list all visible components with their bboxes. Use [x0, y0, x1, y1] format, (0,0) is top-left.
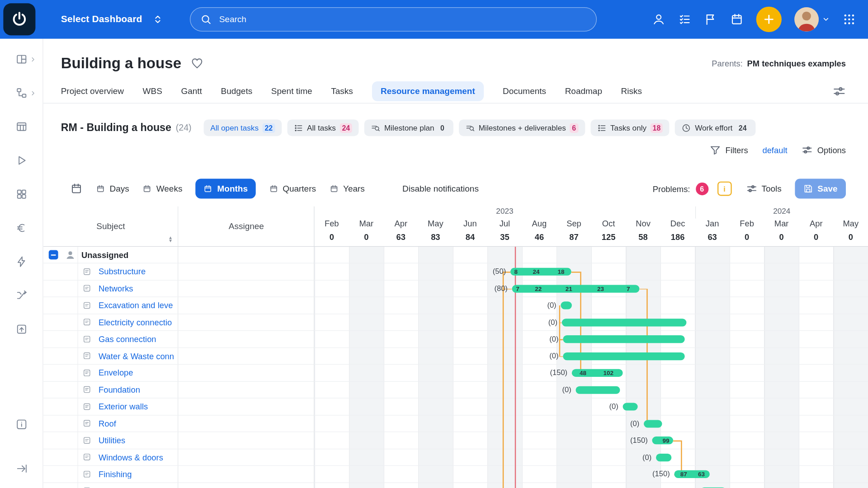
- tab-project-overview[interactable]: Project overview: [61, 86, 124, 96]
- filter-chip-milestones-deliverables[interactable]: Milestones + deliverables6: [459, 119, 585, 136]
- sort-icon[interactable]: ▲▼: [168, 236, 173, 243]
- month-total: 0: [730, 232, 764, 246]
- gantt-bar[interactable]: 82418: [510, 268, 571, 276]
- save-button[interactable]: Save: [795, 179, 846, 199]
- gantt-bar[interactable]: 72221237: [512, 285, 640, 292]
- calendar-picker-button[interactable]: [71, 183, 83, 195]
- view-settings-icon[interactable]: [833, 84, 846, 98]
- dependency-connector: [559, 305, 560, 357]
- sidebar-item-modules[interactable]: [15, 188, 28, 200]
- task-subject-link[interactable]: Utilities: [99, 436, 125, 445]
- sidebar-item-planner-board[interactable]: [15, 121, 28, 133]
- column-header-assignee[interactable]: Assignee: [178, 206, 314, 246]
- flag-icon[interactable]: [704, 13, 717, 26]
- dashboard-selector[interactable]: Select Dashboard: [61, 14, 142, 25]
- avatar-chevron-down-icon[interactable]: [822, 15, 830, 23]
- legend-info-icon[interactable]: i: [717, 182, 731, 196]
- tools-button[interactable]: Tools: [746, 183, 782, 194]
- user-icon[interactable]: [652, 13, 665, 26]
- task-subject-link[interactable]: Roof: [99, 419, 116, 428]
- capacity-label: (0): [522, 297, 557, 314]
- task-subject-link[interactable]: Water & Waste conn: [99, 351, 174, 361]
- dashboard-switch-icon[interactable]: [152, 13, 163, 25]
- search-input[interactable]: [218, 14, 586, 25]
- task-subject-link[interactable]: Envelope: [99, 368, 133, 378]
- tasks-checklist-icon[interactable]: [678, 13, 691, 26]
- tab-gantt[interactable]: Gantt: [181, 86, 202, 96]
- tab-budgets[interactable]: Budgets: [221, 86, 253, 96]
- calendar-icon[interactable]: [730, 13, 743, 26]
- filter-chip-work-effort[interactable]: Work effort24: [675, 119, 755, 136]
- scale-months[interactable]: Months: [196, 179, 255, 199]
- group-row-unassigned[interactable]: Unassigned: [43, 247, 314, 263]
- scale-quarters[interactable]: Quarters: [269, 184, 316, 194]
- gantt-bar[interactable]: 99: [652, 436, 673, 444]
- gantt-bar[interactable]: [563, 352, 684, 360]
- disable-notifications-button[interactable]: Disable notifications: [402, 184, 479, 194]
- options-button[interactable]: Options: [802, 145, 846, 155]
- task-subject-link[interactable]: Electricity connectio: [99, 318, 172, 327]
- sidebar-item-export-box[interactable]: [15, 323, 28, 335]
- task-subject-link[interactable]: Substructure: [99, 267, 146, 277]
- column-header-subject[interactable]: Subject: [43, 206, 179, 246]
- task-subject-link[interactable]: Networks: [99, 284, 133, 293]
- sidebar-item-collapse[interactable]: [15, 463, 28, 475]
- filter-chip-all-tasks[interactable]: All tasks24: [287, 119, 359, 136]
- sidebar-item-projects-tree[interactable]: [15, 87, 28, 99]
- gantt-bar[interactable]: [562, 319, 687, 326]
- task-subject-link[interactable]: Excavation and leve: [99, 300, 173, 310]
- gantt-bar[interactable]: [644, 420, 662, 427]
- bar-segment: 102: [594, 369, 623, 377]
- scale-days[interactable]: Days: [96, 184, 129, 194]
- gantt-bar[interactable]: 48102: [572, 369, 623, 377]
- filter-chip-milestone-plan[interactable]: Milestone plan0: [364, 119, 453, 136]
- app-logo[interactable]: [3, 3, 35, 35]
- sidebar-item-play[interactable]: [15, 155, 28, 167]
- sidebar-item-info[interactable]: [15, 418, 28, 431]
- filter-chip-all-open-tasks[interactable]: All open tasks22: [204, 119, 282, 136]
- gantt-bar[interactable]: [563, 335, 684, 343]
- task-row: Excavation and leve: [43, 297, 314, 314]
- tab-spent-time[interactable]: Spent time: [271, 86, 312, 96]
- modules-icon: [15, 188, 28, 200]
- sidebar-item-quick-bolt[interactable]: [15, 256, 28, 268]
- tab-tasks[interactable]: Tasks: [331, 86, 353, 96]
- sidebar-item-finance-euro[interactable]: [15, 222, 28, 234]
- tab-documents[interactable]: Documents: [503, 86, 546, 96]
- calendar-small-icon: [329, 184, 339, 193]
- sidebar-item-split-arrows[interactable]: [15, 289, 28, 301]
- task-subject-link[interactable]: Exterior walls: [99, 402, 148, 411]
- chip-list-icon: [597, 123, 607, 132]
- add-button[interactable]: [756, 7, 782, 32]
- gantt-bar[interactable]: [623, 403, 638, 411]
- filters-default-link[interactable]: default: [762, 145, 787, 155]
- gantt-bar[interactable]: 8763: [674, 470, 709, 478]
- apps-grid-icon[interactable]: [843, 13, 856, 26]
- scale-label: Days: [109, 184, 129, 194]
- tab-wbs[interactable]: WBS: [143, 86, 162, 96]
- global-search[interactable]: [190, 7, 597, 32]
- parents-link[interactable]: PM techniques examples: [747, 58, 846, 68]
- user-avatar[interactable]: [794, 7, 819, 32]
- month-label: Feb: [730, 219, 764, 233]
- gantt-bar[interactable]: [561, 302, 571, 310]
- scale-years[interactable]: Years: [329, 184, 364, 194]
- task-subject-link[interactable]: Foundation: [99, 385, 140, 394]
- sidebar-item-dashboards[interactable]: [15, 53, 28, 66]
- tab-risks[interactable]: Risks: [621, 86, 642, 96]
- favorite-heart-icon[interactable]: [190, 56, 203, 70]
- tab-roadmap[interactable]: Roadmap: [565, 86, 602, 96]
- gantt-bar[interactable]: [656, 454, 671, 461]
- problems-count-badge[interactable]: 6: [696, 182, 708, 195]
- group-collapse-checkbox[interactable]: [49, 250, 58, 259]
- gantt-bar[interactable]: [576, 386, 620, 394]
- timeline-panel: (50)82418(80)72221237(0)(0)(0)(0)(150)48…: [315, 247, 868, 488]
- filters-button[interactable]: Filters: [710, 145, 748, 155]
- tab-resource-management[interactable]: Resource management: [372, 81, 484, 101]
- task-subject-link[interactable]: Finishing: [99, 469, 132, 479]
- scale-weeks[interactable]: Weeks: [142, 184, 182, 194]
- filter-chip-tasks-only[interactable]: Tasks only18: [590, 119, 670, 136]
- task-subject-link[interactable]: Windows & doors: [99, 452, 163, 462]
- breadcrumb: Parents:PM techniques examples: [712, 58, 846, 68]
- task-subject-link[interactable]: Gas connection: [99, 334, 156, 344]
